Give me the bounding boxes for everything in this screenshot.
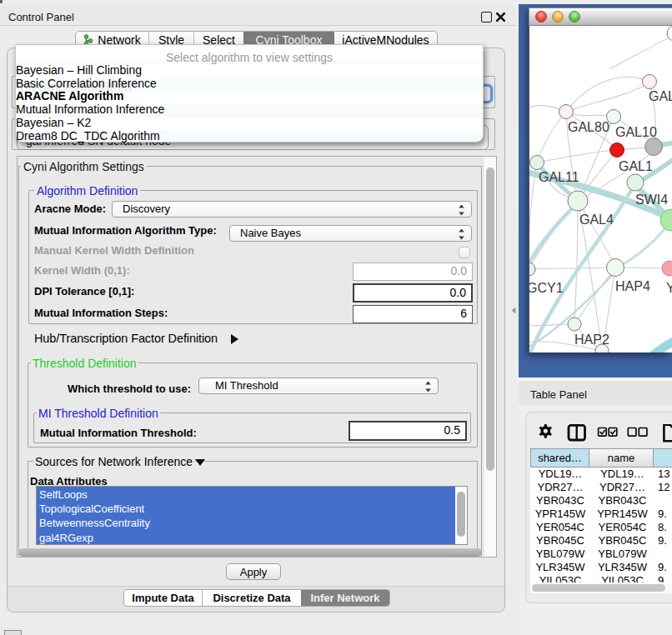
svg-text:SWI4: SWI4 bbox=[635, 192, 668, 207]
svg-text:GAL1: GAL1 bbox=[619, 159, 653, 173]
svg-text:GCY1: GCY1 bbox=[529, 281, 564, 295]
svg-text:Y: Y bbox=[666, 281, 672, 295]
svg-text:GAL80: GAL80 bbox=[568, 120, 609, 134]
svg-text:GAL4: GAL4 bbox=[579, 212, 614, 227]
svg-text:GAL7: GAL7 bbox=[649, 89, 672, 103]
svg-text:HAP2: HAP2 bbox=[574, 332, 609, 347]
svg-text:HAP4: HAP4 bbox=[615, 279, 650, 293]
svg-text:GAL10: GAL10 bbox=[615, 125, 657, 139]
svg-text:GAL11: GAL11 bbox=[539, 170, 579, 184]
